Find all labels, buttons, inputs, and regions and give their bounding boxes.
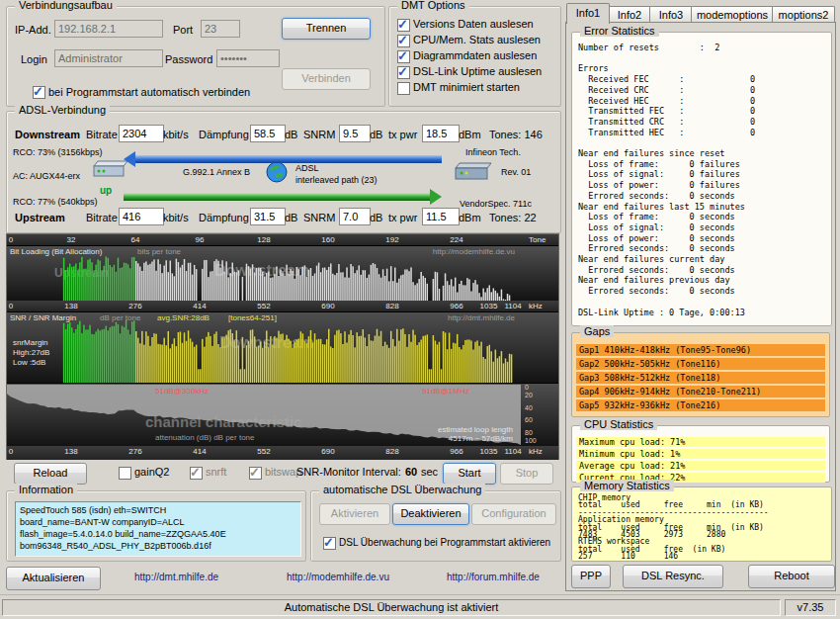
us-bitrate-unit: kbit/s	[163, 212, 189, 223]
adsl-mode-label: ADSL	[295, 163, 319, 173]
versions-label: Versions Daten auslesen	[413, 18, 534, 30]
monitoring-autostart-checkbox[interactable]	[323, 537, 336, 550]
error-statistics-title: Error Statistics	[580, 25, 659, 37]
gainq2-label: gainQ2	[134, 466, 169, 478]
ds-snrm-value[interactable]	[339, 125, 371, 142]
snr-interval-value: 60	[405, 466, 417, 478]
cpu-statistics-group: CPU Statistics Maximum cpu load: 71% Min…	[571, 425, 830, 483]
uptime-checkbox[interactable]	[397, 66, 410, 79]
diagram-checkbox[interactable]	[397, 50, 410, 63]
ds-dbm: dBm	[459, 129, 481, 140]
reload-button[interactable]: Reload	[14, 463, 87, 485]
khz-axis-upper: 013827641455269082896610351104kHz	[7, 301, 558, 311]
status-message: Automatische DSL Überwachung ist aktivie…	[2, 599, 781, 616]
ds-bitrate-value[interactable]	[119, 125, 164, 142]
memory-statistics-title: Memory Statistics	[580, 480, 674, 491]
link-dmt-mhilfe[interactable]: http://dmt.mhilfe.de	[134, 572, 218, 582]
us-txpwr-label: tx pwr	[388, 212, 417, 223]
gap-row: Gap5 932kHz-936kHz (Tone216)	[576, 399, 825, 411]
tab-info1[interactable]: Info1	[566, 3, 610, 24]
dmt-options-title: DMT Options	[397, 0, 469, 11]
versions-checkbox[interactable]	[397, 19, 410, 32]
monitoring-autostart-label: DSL Überwachung bei Programmstart aktivi…	[339, 537, 550, 548]
error-statistics-text: Number of resets : 2 Errors Received FEC…	[578, 43, 755, 317]
login-input[interactable]	[54, 49, 163, 67]
connection-group-title: Verbindungsaufbau	[15, 0, 117, 11]
activate-button: Aktivieren	[319, 503, 390, 525]
snrft-checkbox[interactable]	[190, 467, 203, 480]
us-bitrate-label: Bitrate	[86, 212, 118, 223]
channel-subtitle: attenuation (dB) dB per tone	[155, 433, 255, 442]
snrft-label: snrft	[206, 466, 226, 478]
info-line: board_name=BANT-W companyID=ALCL	[20, 516, 296, 528]
snr-range: [tones64-251]	[228, 313, 277, 322]
cpu-statistics-title: CPU Statistics	[580, 418, 657, 430]
local-modem-label: AC: AUGX44-erx	[13, 171, 80, 181]
channel-chart: 51dB@300kHz 91dB@1MHz channel characteri…	[7, 383, 558, 446]
port-input[interactable]	[201, 20, 240, 38]
snr-margin-line2: High:27dB	[13, 348, 49, 357]
password-input[interactable]	[216, 49, 280, 67]
adsl-group-title: ADSL-Verbindung	[15, 104, 110, 116]
error-statistics-group: Error Statistics Number of resets : 2 Er…	[571, 32, 832, 326]
cpu-row: Average cpu load: 21%	[576, 461, 825, 471]
us-daempfung-value[interactable]	[250, 208, 286, 225]
adsl-group: ADSL-Verbindung Downstream Bitrate kbit/…	[6, 111, 561, 233]
port-label: Port	[173, 24, 193, 36]
vendor-rev: Rev. 01	[501, 167, 531, 177]
password-label: Password	[165, 53, 212, 65]
ip-input[interactable]	[54, 20, 163, 38]
gainq2-checkbox[interactable]	[119, 467, 131, 480]
status-bar: Automatische DSL Überwachung ist aktivie…	[0, 594, 840, 619]
ds-tones: Tones: 146	[489, 129, 543, 140]
snr-url: http://dmt.mhilfe.de	[448, 313, 515, 322]
ds-daempfung-value[interactable]	[250, 125, 286, 142]
rco-down: RCO: 73% (3156kbps)	[13, 147, 103, 157]
refresh-button[interactable]: Aktualisieren	[6, 567, 101, 590]
monitoring-title: automatische DSL Überwachung	[319, 484, 485, 495]
ds-snrm-label: SNRM	[303, 129, 335, 140]
autoconnect-checkbox[interactable]	[33, 86, 45, 99]
us-db1: dB	[285, 212, 297, 223]
link-status: up	[100, 185, 112, 196]
snr-interval-label: SNR-Monitor Interval:	[296, 466, 401, 478]
snr-title: SNR / SNR Margin	[10, 313, 76, 322]
us-snrm-value[interactable]	[339, 208, 371, 225]
bitswap-checkbox[interactable]	[249, 467, 262, 480]
dsl-resync-button[interactable]: DSL Resync.	[623, 565, 723, 588]
disconnect-button[interactable]: Trennen	[282, 18, 371, 40]
modem-version-box: SpeedTouch 585 (isdn) eth=SWITCH board_n…	[15, 501, 301, 557]
rco-up: RCO: 77% (540kbps)	[13, 197, 98, 207]
link-forum-mhilfe[interactable]: http://forum.mhilfe.de	[447, 572, 540, 582]
cpumem-checkbox[interactable]	[397, 35, 410, 47]
login-label: Login	[21, 53, 47, 65]
ds-bitrate-unit: kbit/s	[163, 129, 189, 140]
deactivate-button[interactable]: Deaktivieren	[392, 503, 469, 525]
upstream-label: Upstream	[15, 212, 65, 223]
us-tones: Tones: 22	[489, 212, 537, 223]
connect-button: Verbinden	[282, 68, 371, 90]
gaps-group: Gaps Gap1 410kHz-418kHz (Tone95-Tone96) …	[571, 332, 830, 417]
reboot-button[interactable]: Reboot	[748, 565, 835, 588]
khz-axis-lower: 013827641455269082896610351104kHz	[7, 446, 558, 460]
ppp-button[interactable]: PPP	[571, 565, 611, 588]
info-line: SpeedTouch 585 (isdn) eth=SWITCH	[20, 504, 296, 516]
minimized-checkbox[interactable]	[397, 82, 410, 95]
snr-interval-unit: sec	[421, 466, 438, 478]
link-modemhilfe[interactable]: http://modemhilfe.de.vu	[287, 572, 389, 582]
us-txpwr-value[interactable]	[422, 208, 460, 225]
us-bitrate-value[interactable]	[119, 208, 164, 225]
minimized-label: DMT minimiert starten	[413, 81, 520, 93]
vendor-spec: VendorSpec. 711c	[460, 199, 532, 209]
ip-label: IP-Add.	[15, 24, 51, 36]
gap-row: Gap2 500kHz-505kHz (Tone116)	[576, 358, 825, 370]
us-db2: dB	[370, 212, 382, 223]
memory-statistics-group: Memory Statistics CHIP memory total used…	[571, 486, 832, 562]
cpu-row: Minimum cpu load: 1%	[576, 449, 825, 459]
vendor-name: Infineon Tech.	[465, 147, 521, 157]
bitloading-chart: Bit Loading (Bit Allocation) bits per to…	[7, 245, 558, 301]
snr-chart: SNR / SNR Margin dB per tone avg.SNR:28d…	[7, 311, 558, 383]
ds-txpwr-value[interactable]	[422, 125, 460, 142]
information-group: Information SpeedTouch 585 (isdn) eth=SW…	[6, 490, 306, 562]
snr-monitor-start-button[interactable]: Start	[443, 463, 496, 485]
